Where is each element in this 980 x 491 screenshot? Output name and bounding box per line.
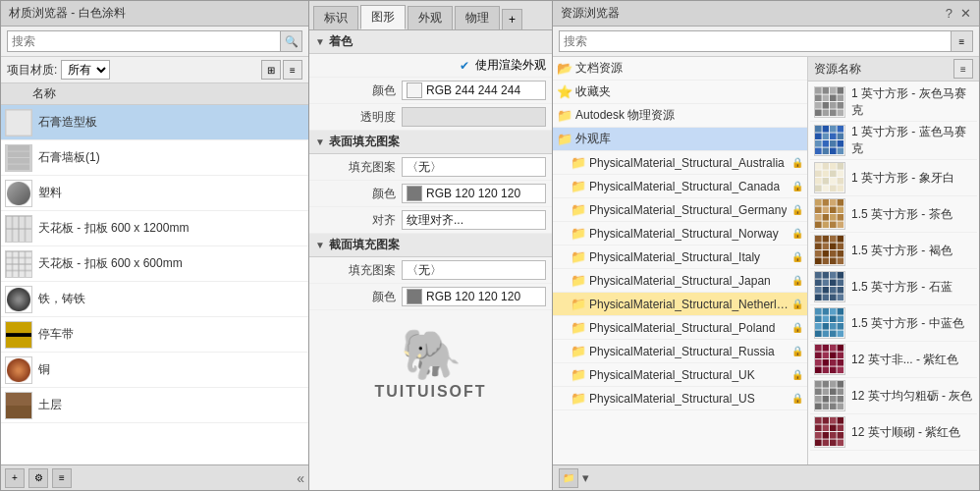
folder-icon: 📁 <box>557 132 572 146</box>
asset-column-header: 资源名称 <box>814 61 861 78</box>
tree-item[interactable]: 📁PhysicalMaterial_Structural_Australia🔒 <box>553 151 807 175</box>
asset-item[interactable]: 1.5 英寸方形 - 褐色 <box>810 233 977 269</box>
tree-item[interactable]: 📁PhysicalMaterial_Structural_Germany🔒 <box>553 198 807 222</box>
asset-browser-title: 资源浏览器 <box>561 5 620 22</box>
asset-item[interactable]: 1.5 英寸方形 - 中蓝色 <box>810 305 977 342</box>
tree-item[interactable]: ⭐收藏夹 <box>553 81 807 104</box>
transparency-value[interactable] <box>402 107 546 127</box>
surface-fill-pattern-value[interactable]: 〈无〉 <box>402 157 546 177</box>
folder-icon: 📁 <box>571 273 586 288</box>
material-item-name: 石膏墙板(1) <box>38 149 100 166</box>
section-fill-section-header[interactable]: ▼ 截面填充图案 <box>309 234 552 257</box>
tree-item[interactable]: 📁PhysicalMaterial_Structural_Italy🔒 <box>553 246 807 269</box>
tab-graphics[interactable]: 图形 <box>360 5 406 29</box>
tree-item[interactable]: 📁Autodesk 物理资源 <box>553 104 807 128</box>
tree-item[interactable]: 📁PhysicalMaterial_Structural_Japan🔒 <box>553 269 807 293</box>
asset-view-toggle[interactable]: ≡ <box>953 59 973 79</box>
collapse-button[interactable]: « <box>297 470 304 486</box>
tree-item[interactable]: 📁外观库 <box>553 128 807 151</box>
tree-item-label: PhysicalMaterial_Structural_Poland <box>589 321 775 335</box>
folder-icon: 📁 <box>571 202 586 217</box>
tree-item[interactable]: 📁PhysicalMaterial_Structural_US🔒 <box>553 387 807 410</box>
material-item[interactable]: 土层 <box>1 388 308 423</box>
list-options-button[interactable]: ≡ <box>52 468 72 488</box>
surface-fill-label: 表面填充图案 <box>329 134 400 150</box>
use-render-appearance-row: ✔ 使用渲染外观 <box>309 54 552 78</box>
section-fill-color-value[interactable]: RGB 120 120 120 <box>402 287 546 306</box>
tree-item-label: PhysicalMaterial_Structural_Japan <box>589 274 771 288</box>
asset-tree: 📂文档资源⭐收藏夹📁Autodesk 物理资源📁外观库📁PhysicalMate… <box>553 57 808 464</box>
filter-select[interactable]: 所有 <box>61 60 110 80</box>
asset-list-icon[interactable]: ≡ <box>953 32 971 50</box>
tab-appearance[interactable]: 外观 <box>408 6 453 29</box>
checkmark-icon: ✔ <box>460 59 469 73</box>
tab-identifier[interactable]: 标识 <box>313 6 358 29</box>
tree-item[interactable]: 📂文档资源 <box>553 57 807 81</box>
tree-item-label: 文档资源 <box>575 60 623 77</box>
asset-item[interactable]: 12 英寸均匀粗砺 - 灰色 <box>810 378 977 414</box>
asset-item-name: 1 英寸方形 - 象牙白 <box>851 170 954 187</box>
folder-icon: 📁 <box>571 155 586 170</box>
material-item[interactable]: 停车带 <box>1 317 308 353</box>
tab-add-button[interactable]: + <box>502 9 522 29</box>
asset-item[interactable]: 1 英寸方形 - 象牙白 <box>810 160 977 196</box>
shading-color-row: 颜色 RGB 244 244 244 <box>309 78 552 104</box>
surface-fill-section-header[interactable]: ▼ 表面填充图案 <box>309 131 552 154</box>
material-search-input[interactable] <box>7 30 281 52</box>
material-item[interactable]: 塑料 <box>1 176 308 211</box>
close-icon[interactable]: ✕ <box>960 6 971 21</box>
use-render-appearance-label: 使用渲染外观 <box>475 57 546 74</box>
tree-item[interactable]: 📁PhysicalMaterial_Structural_Netherla...… <box>553 293 807 316</box>
section-fill-pattern-value[interactable]: 〈无〉 <box>402 260 546 280</box>
shading-color-value[interactable]: RGB 244 244 244 <box>402 81 546 100</box>
surface-fill-align-value[interactable]: 纹理对齐... <box>402 210 546 230</box>
material-list: 石膏造型板石膏墙板(1)塑料天花板 - 扣板 600 x 1200mm天花板 -… <box>1 105 308 464</box>
shading-label: 着色 <box>329 33 353 50</box>
help-icon[interactable]: ? <box>946 6 953 21</box>
asset-item[interactable]: 1 英寸方形 - 蓝色马赛克 <box>810 122 977 160</box>
asset-item[interactable]: 1.5 英寸方形 - 石蓝 <box>810 269 977 305</box>
lock-icon: 🔒 <box>791 157 803 168</box>
section-fill-color-swatch <box>407 289 422 304</box>
material-search-button[interactable]: 🔍 <box>281 30 302 52</box>
properties-panel: 标识 图形 外观 物理 + ▼ 着色 ✔ 使用渲染外观 颜色 RGB 244 2… <box>309 0 553 491</box>
material-item[interactable]: 天花板 - 扣板 600 x 600mm <box>1 246 308 282</box>
asset-item-name: 12 英寸均匀粗砺 - 灰色 <box>851 388 972 405</box>
asset-item[interactable]: 1.5 英寸方形 - 茶色 <box>810 196 977 233</box>
asset-add-button[interactable]: 📁 <box>559 468 578 488</box>
asset-item[interactable]: 12 英寸非... - 紫红色 <box>810 342 977 378</box>
filter-icons: ⊞ ≡ <box>261 60 302 80</box>
tree-item-label: PhysicalMaterial_Structural_Netherla... <box>589 298 791 311</box>
material-item[interactable]: 石膏墙板(1) <box>1 140 308 176</box>
shading-section-header[interactable]: ▼ 着色 <box>309 30 552 54</box>
material-browser-title: 材质浏览器 - 白色涂料 <box>1 1 308 27</box>
tree-item[interactable]: 📁PhysicalMaterial_Structural_Poland🔒 <box>553 316 807 340</box>
asset-search-button[interactable]: ≡ <box>952 30 973 52</box>
grid-view-button[interactable]: ⊞ <box>261 60 281 80</box>
material-item[interactable]: 天花板 - 扣板 600 x 1200mm <box>1 211 308 246</box>
asset-item[interactable]: 12 英寸顺砌 - 紫红色 <box>810 414 977 451</box>
material-item-name: 天花板 - 扣板 600 x 600mm <box>38 255 183 272</box>
tab-physics[interactable]: 物理 <box>455 6 500 29</box>
settings-button[interactable]: ⚙ <box>28 468 48 488</box>
material-browser-panel: 材质浏览器 - 白色涂料 🔍 项目材质: 所有 ⊞ ≡ 名称 石膏造型板石膏墙板… <box>0 0 309 491</box>
tree-item[interactable]: 📁PhysicalMaterial_Structural_Canada🔒 <box>553 175 807 198</box>
lock-icon: 🔒 <box>791 204 803 215</box>
list-view-button[interactable]: ≡ <box>283 60 302 80</box>
tree-item-label: 外观库 <box>575 131 611 147</box>
add-material-button[interactable]: + <box>5 468 25 488</box>
tree-item[interactable]: 📁PhysicalMaterial_Structural_Russia🔒 <box>553 340 807 363</box>
tree-item[interactable]: 📁PhysicalMaterial_Structural_UK🔒 <box>553 363 807 387</box>
lock-icon: 🔒 <box>791 346 803 356</box>
surface-fill-color-value[interactable]: RGB 120 120 120 <box>402 184 546 203</box>
material-item[interactable]: 铜 <box>1 353 308 388</box>
section-fill-pattern-text: 〈无〉 <box>407 262 442 279</box>
material-item[interactable]: 石膏造型板 <box>1 105 308 140</box>
asset-search-input[interactable] <box>559 30 952 52</box>
folder-icon: 📁 <box>571 367 586 382</box>
folder-icon: ⭐ <box>557 84 572 99</box>
tree-item[interactable]: 📁PhysicalMaterial_Structural_Norway🔒 <box>553 222 807 246</box>
folder-icon: 📁 <box>571 249 586 264</box>
material-item[interactable]: 铁，铸铁 <box>1 282 308 317</box>
asset-item[interactable]: 1 英寸方形 - 灰色马赛克 <box>810 83 977 122</box>
